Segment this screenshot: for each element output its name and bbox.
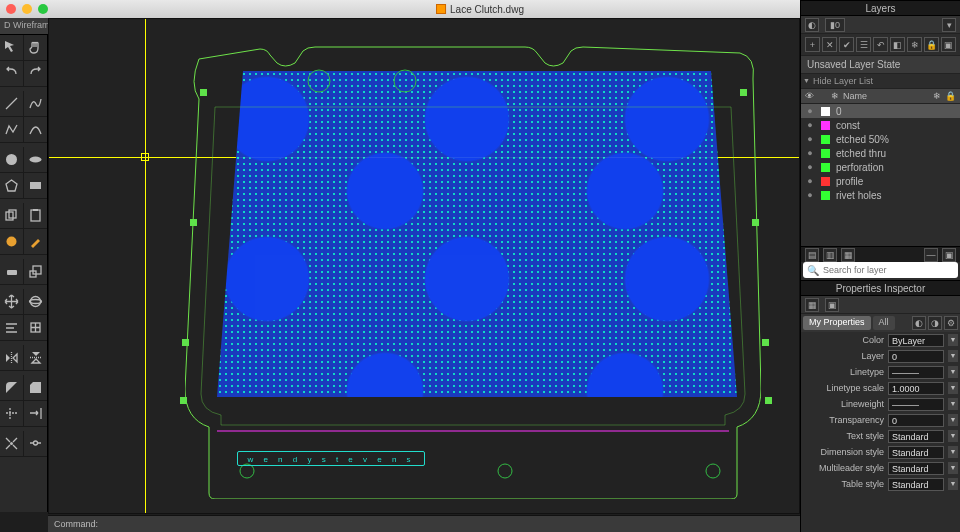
layer-search[interactable]: 🔍 bbox=[803, 262, 958, 278]
tool-chamfer[interactable] bbox=[24, 375, 47, 400]
tool-color[interactable] bbox=[0, 229, 24, 254]
tool-snap[interactable] bbox=[24, 315, 47, 340]
property-value[interactable]: Standard bbox=[888, 478, 944, 491]
property-value[interactable]: ——— bbox=[888, 366, 944, 379]
chevron-down-icon[interactable]: ▼ bbox=[948, 430, 958, 442]
settings-icon[interactable]: ▣ bbox=[942, 248, 956, 262]
command-line[interactable]: Command: bbox=[48, 515, 800, 532]
tool-move[interactable] bbox=[0, 35, 24, 60]
layer-row[interactable]: ●etched 50% bbox=[801, 132, 960, 146]
layer-color-swatch[interactable] bbox=[821, 135, 830, 144]
grip[interactable] bbox=[190, 219, 197, 226]
tab-my-properties[interactable]: My Properties bbox=[803, 316, 871, 330]
chevron-down-icon[interactable]: ▼ bbox=[948, 398, 958, 410]
selection-mode-icon[interactable]: ▣ bbox=[825, 298, 839, 312]
tool-line[interactable] bbox=[0, 91, 24, 116]
tool-polygon[interactable] bbox=[0, 173, 24, 198]
tool-explode[interactable] bbox=[0, 431, 24, 456]
grip[interactable] bbox=[752, 219, 759, 226]
layer-lock-button[interactable]: 🔒 bbox=[924, 37, 939, 52]
property-value[interactable]: 1.0000 bbox=[888, 382, 944, 395]
layer-row[interactable]: ●rivet holes bbox=[801, 188, 960, 202]
grip[interactable] bbox=[182, 339, 189, 346]
visibility-icon[interactable]: ● bbox=[805, 106, 815, 116]
delete-layer-button[interactable]: ✕ bbox=[822, 37, 837, 52]
hide-layer-list-toggle[interactable]: Hide Layer List bbox=[801, 74, 960, 89]
tool-hand[interactable] bbox=[24, 35, 47, 60]
layer-row[interactable]: ●const bbox=[801, 118, 960, 132]
tool-circle[interactable] bbox=[0, 147, 24, 172]
tool-trim[interactable] bbox=[0, 401, 24, 426]
gear-icon[interactable]: ⚙ bbox=[944, 316, 958, 330]
layer-color-swatch[interactable] bbox=[821, 107, 830, 116]
chevron-down-icon[interactable]: ▼ bbox=[948, 414, 958, 426]
layer-row[interactable]: ●0 bbox=[801, 104, 960, 118]
tool-mirror-v[interactable] bbox=[24, 345, 47, 370]
property-value[interactable]: Standard bbox=[888, 462, 944, 475]
chevron-down-icon[interactable]: ▼ bbox=[948, 366, 958, 378]
tool-arc[interactable] bbox=[24, 117, 47, 142]
tool-redo[interactable] bbox=[24, 61, 47, 86]
collapse-icon[interactable]: — bbox=[924, 248, 938, 262]
toggle-icon[interactable]: ◐ bbox=[912, 316, 926, 330]
layer-color-button[interactable]: ▣ bbox=[941, 37, 956, 52]
chevron-down-icon[interactable]: ▼ bbox=[948, 462, 958, 474]
signature-label[interactable]: w e n d y s t e v e n s bbox=[237, 451, 425, 466]
visibility-icon[interactable]: ● bbox=[805, 190, 815, 200]
layer-search-input[interactable] bbox=[823, 265, 954, 275]
property-value[interactable]: 0 bbox=[888, 414, 944, 427]
chevron-down-icon[interactable]: ▼ bbox=[948, 350, 958, 362]
new-layer-button[interactable]: + bbox=[805, 37, 820, 52]
tool-polyline[interactable] bbox=[0, 117, 24, 142]
tool-scale[interactable] bbox=[24, 259, 47, 284]
layer-group-button[interactable]: ▥ bbox=[823, 248, 837, 262]
visibility-icon[interactable]: ● bbox=[805, 148, 815, 158]
grip[interactable] bbox=[765, 397, 772, 404]
tool-fillet[interactable] bbox=[0, 375, 24, 400]
tool-mirror[interactable] bbox=[0, 345, 24, 370]
zoom-window-button[interactable] bbox=[38, 4, 48, 14]
tool-ellipse[interactable] bbox=[24, 147, 47, 172]
property-value[interactable]: Standard bbox=[888, 446, 944, 459]
tool-copy[interactable] bbox=[0, 203, 24, 228]
tab-all[interactable]: All bbox=[873, 316, 895, 330]
property-value[interactable]: ——— bbox=[888, 398, 944, 411]
grip[interactable] bbox=[762, 339, 769, 346]
grip[interactable] bbox=[180, 397, 187, 404]
tool-join[interactable] bbox=[24, 431, 47, 456]
tool-paste[interactable] bbox=[24, 203, 47, 228]
visibility-icon[interactable]: ● bbox=[805, 134, 815, 144]
tool-pan-cross[interactable] bbox=[0, 289, 24, 314]
lightbulb-icon[interactable]: ◐ bbox=[805, 18, 819, 32]
drawing-canvas[interactable]: w e n d y s t e v e n s bbox=[48, 18, 800, 514]
grip[interactable] bbox=[200, 89, 207, 96]
layer-color-swatch[interactable] bbox=[821, 177, 830, 186]
property-value[interactable]: ByLayer bbox=[888, 334, 944, 347]
toggle-icon[interactable]: ◑ bbox=[928, 316, 942, 330]
layer-previous-button[interactable]: ↶ bbox=[873, 37, 888, 52]
tool-eraser[interactable] bbox=[0, 259, 24, 284]
set-current-button[interactable]: ✔ bbox=[839, 37, 854, 52]
grip[interactable] bbox=[740, 89, 747, 96]
layer-color-swatch[interactable] bbox=[821, 191, 830, 200]
tool-extend[interactable] bbox=[24, 401, 47, 426]
layer-color-swatch[interactable] bbox=[821, 163, 830, 172]
layer-row[interactable]: ●etched thru bbox=[801, 146, 960, 160]
tool-orbit[interactable] bbox=[24, 289, 47, 314]
chevron-down-icon[interactable]: ▼ bbox=[948, 382, 958, 394]
tool-align[interactable] bbox=[0, 315, 24, 340]
layer-row[interactable]: ●perforation bbox=[801, 160, 960, 174]
property-value[interactable]: 0 bbox=[888, 350, 944, 363]
layer-states-button[interactable]: ☰ bbox=[856, 37, 871, 52]
layer-color-swatch[interactable] bbox=[821, 121, 830, 130]
tool-rectangle[interactable] bbox=[24, 173, 47, 198]
layer-row[interactable]: ●profile bbox=[801, 174, 960, 188]
quick-select-icon[interactable]: ▦ bbox=[805, 298, 819, 312]
layer-state-dropdown[interactable]: Unsaved Layer State bbox=[801, 56, 960, 74]
tool-undo[interactable] bbox=[0, 61, 24, 86]
layer-merge-button[interactable]: ▦ bbox=[841, 248, 855, 262]
layer-color-swatch[interactable] bbox=[821, 149, 830, 158]
chevron-down-icon[interactable]: ▾ bbox=[942, 18, 956, 32]
layer-list-header[interactable]: 👁 ❄ Name ❄ 🔒 bbox=[801, 89, 960, 104]
layer-group-dropdown[interactable]: ▮ 0 bbox=[825, 18, 845, 32]
